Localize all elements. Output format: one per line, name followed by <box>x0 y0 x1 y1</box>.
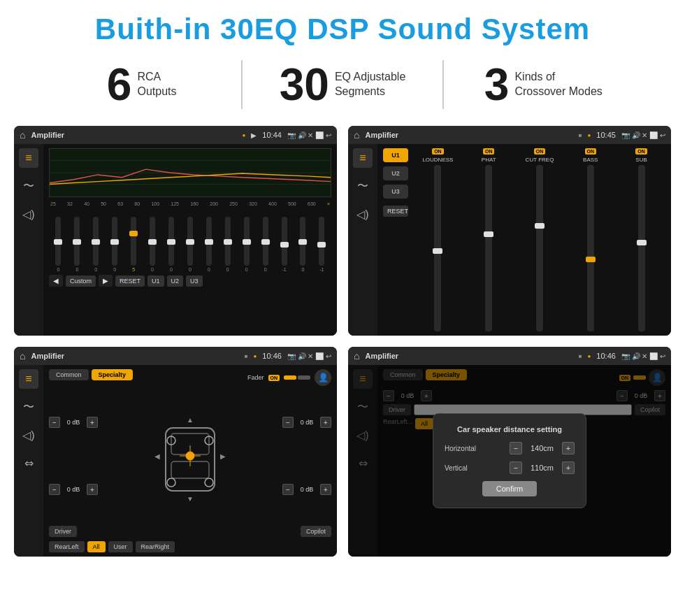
topbar-icons-amp: 📷 🔊 ✕ ⬜ ↩ <box>621 131 665 139</box>
fader-rearleft-btn[interactable]: RearLeft <box>49 541 85 552</box>
amp-u1-btn[interactable]: U1 <box>383 148 408 162</box>
freq-63: 63 <box>117 201 123 206</box>
eq-prev-btn[interactable]: ◀ <box>49 275 63 287</box>
freq-500: 500 <box>288 201 296 206</box>
amp-phat: ON PHAT <box>465 148 513 331</box>
spk-rl-plus[interactable]: + <box>87 484 98 495</box>
cutfreq-label: CUT FREQ <box>526 157 554 163</box>
eq-slider-14[interactable]: -1 <box>319 217 324 272</box>
eq-next-btn[interactable]: ▶ <box>99 275 113 287</box>
dialog-vertical-minus[interactable]: − <box>510 461 522 474</box>
svg-text:▶: ▶ <box>220 452 226 460</box>
phat-slider[interactable] <box>485 165 492 331</box>
eq-slider-4[interactable]: 5 <box>131 217 136 272</box>
screen-eq: ⌂ Amplifier ● ▶ 10:44 📷 🔊 ✕ ⬜ ↩ ≡ 〜 ◁) <box>14 126 337 336</box>
eq-slider-8[interactable]: 0 <box>206 217 212 272</box>
home-icon-2[interactable]: ⌂ <box>354 129 359 141</box>
fader-main: Common Specialty Fader ON 👤 <box>43 365 337 557</box>
phat-label: PHAT <box>482 157 496 163</box>
wave-icon[interactable]: 〜 <box>19 176 38 196</box>
eq-slider-11[interactable]: 0 <box>263 217 268 272</box>
eq-sliders: 0 0 0 0 5 0 0 0 0 0 0 0 -1 0 -1 <box>49 209 331 272</box>
phat-on[interactable]: ON <box>483 148 495 155</box>
eq-slider-13[interactable]: 0 <box>300 217 305 272</box>
fader-rearright-btn[interactable]: RearRight <box>136 541 175 552</box>
dialog-horizontal-plus[interactable]: + <box>562 442 575 454</box>
loudness-slider[interactable] <box>434 165 441 331</box>
spk-fl-plus[interactable]: + <box>87 417 98 428</box>
screen-fader-topbar: ⌂ Amplifier ■ ● 10:46 📷 🔊 ✕ ⬜ ↩ <box>14 347 337 365</box>
spk-fl-val: 0 dB <box>63 419 84 426</box>
sub-slider[interactable] <box>638 165 645 331</box>
fader-all-btn[interactable]: All <box>87 541 106 552</box>
speaker-icon[interactable]: ◁) <box>19 204 38 224</box>
fader-driver-btn[interactable]: Driver <box>49 526 77 537</box>
spk-rl-minus[interactable]: − <box>49 484 60 495</box>
eq-custom-btn[interactable]: Custom <box>66 275 96 287</box>
wave-icon-3[interactable]: 〜 <box>19 397 38 417</box>
amp-reset-btn[interactable]: RESET <box>383 206 408 217</box>
fader-copilot-btn[interactable]: Copilot <box>301 526 331 537</box>
svg-point-11 <box>167 478 175 487</box>
eq-slider-2[interactable]: 0 <box>93 217 99 272</box>
home-icon-4[interactable]: ⌂ <box>354 350 359 361</box>
speaker-icon-3[interactable]: ◁) <box>19 425 38 445</box>
arrows-icon-3[interactable]: ⇔ <box>19 453 38 473</box>
eq-slider-10[interactable]: 0 <box>244 217 250 272</box>
eq-icon-2[interactable]: ≡ <box>353 148 373 168</box>
screen-amp-content: ≡ 〜 ◁) U1 U2 U3 RESET ON LO <box>348 144 671 336</box>
eq-icon[interactable]: ≡ <box>19 148 38 168</box>
eq-reset-btn[interactable]: RESET <box>115 275 145 287</box>
eq-icon-3[interactable]: ≡ <box>19 369 38 389</box>
eq-u3-btn[interactable]: U3 <box>186 275 203 287</box>
eq-slider-7[interactable]: 0 <box>187 217 193 272</box>
dialog-vertical-plus[interactable]: + <box>562 461 575 474</box>
eq-slider-3[interactable]: 0 <box>112 217 117 272</box>
spk-rr-minus[interactable]: − <box>282 484 294 495</box>
eq-slider-5[interactable]: 0 <box>150 217 155 272</box>
spk-rr-plus[interactable]: + <box>320 484 331 495</box>
cutfreq-slider[interactable] <box>536 165 543 331</box>
freq-25: 25 <box>50 201 56 206</box>
dialog-horizontal-minus[interactable]: − <box>510 442 522 454</box>
page-title: Buith-in 30EQ DSP Sound System <box>0 0 685 53</box>
loudness-on[interactable]: ON <box>432 148 444 155</box>
eq-u1-btn[interactable]: U1 <box>147 275 164 287</box>
eq-slider-1[interactable]: 0 <box>74 217 80 272</box>
dot2-icon-4: ● <box>588 353 591 359</box>
spk-fr-minus[interactable]: − <box>282 417 294 428</box>
fader-user-btn[interactable]: User <box>108 541 133 552</box>
fader-tab-common[interactable]: Common <box>49 369 89 380</box>
spk-fr-plus[interactable]: + <box>320 417 331 428</box>
fader-on-badge[interactable]: ON <box>268 375 280 381</box>
spk-fl-minus[interactable]: − <box>49 417 60 428</box>
screen-dialog-time: 10:46 <box>596 352 616 360</box>
amp-u2-btn[interactable]: U2 <box>383 166 408 180</box>
freq-100: 100 <box>151 201 159 206</box>
speaker-icon-2[interactable]: ◁) <box>353 204 373 224</box>
eq-slider-6[interactable]: 0 <box>168 217 174 272</box>
fader-tabs: Common Specialty <box>49 369 133 380</box>
wave-icon-2[interactable]: 〜 <box>353 176 373 196</box>
eq-slider-0[interactable]: 0 <box>55 217 61 272</box>
bass-slider[interactable] <box>587 165 594 331</box>
eq-slider-9[interactable]: 0 <box>225 217 231 272</box>
fader-tab-specialty[interactable]: Specialty <box>92 369 134 380</box>
home-icon-3[interactable]: ⌂ <box>20 350 25 361</box>
amp-u3-btn[interactable]: U3 <box>383 185 408 199</box>
eq-slider-12[interactable]: -1 <box>282 217 287 272</box>
cutfreq-on[interactable]: ON <box>534 148 546 155</box>
dialog-confirm-btn[interactable]: Confirm <box>482 481 538 496</box>
dot-icon-3: ■ <box>245 353 248 359</box>
sub-on[interactable]: ON <box>635 148 647 155</box>
home-icon[interactable]: ⌂ <box>20 129 25 141</box>
screen-amp-sidebar: ≡ 〜 ◁) <box>348 144 377 336</box>
user-icon-btn[interactable]: 👤 <box>315 369 331 386</box>
dialog-horizontal-value-row: − 140cm + <box>510 442 575 454</box>
fader-label: Fader <box>247 374 264 381</box>
eq-u2-btn[interactable]: U2 <box>167 275 184 287</box>
stat-eq-number: 30 <box>280 62 329 107</box>
bass-on[interactable]: ON <box>585 148 597 155</box>
spk-rl-val: 0 dB <box>63 486 84 493</box>
distance-dialog: Car speaker distance setting Horizontal … <box>433 413 586 508</box>
